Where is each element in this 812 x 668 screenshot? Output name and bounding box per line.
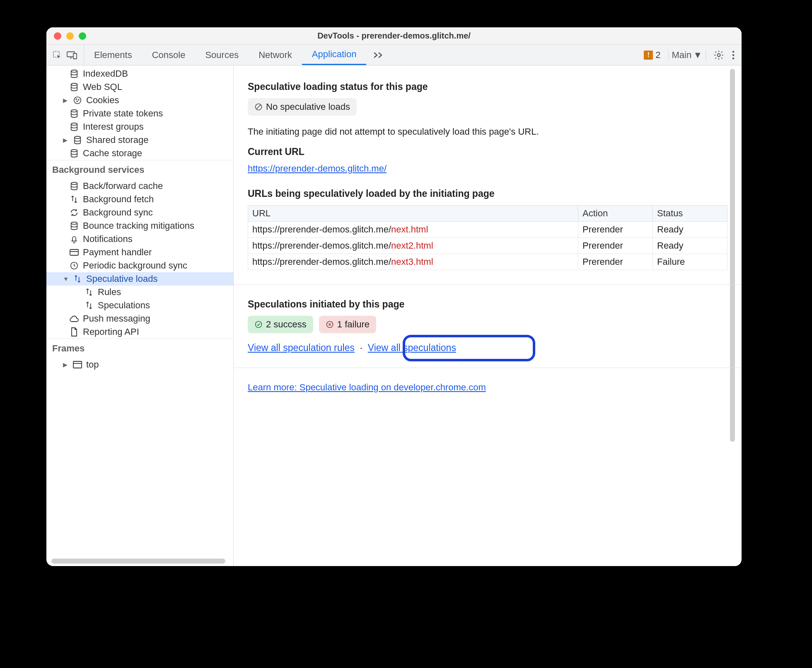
arrows-icon	[69, 194, 80, 205]
col-url[interactable]: URL	[248, 206, 578, 222]
sidebar-item-speculative-loads[interactable]: ▼Speculative loads	[46, 272, 233, 286]
database-icon	[69, 108, 80, 119]
issues-counter[interactable]: ! 2	[644, 50, 660, 61]
sidebar-item-periodic-sync[interactable]: Periodic background sync	[46, 259, 233, 272]
view-all-speculations-link[interactable]: View all speculations	[368, 342, 456, 353]
sidebar-item-bfcache[interactable]: Back/forward cache	[46, 179, 233, 193]
svg-point-17	[71, 150, 77, 152]
svg-rect-23	[73, 361, 82, 368]
urls-heading: URLs being speculatively loaded by the i…	[248, 188, 727, 199]
scrollbar-horizontal[interactable]	[51, 559, 225, 564]
device-toggle-icon[interactable]	[66, 50, 78, 60]
failure-pill: 1 failure	[319, 316, 376, 333]
database-icon	[72, 135, 83, 145]
cloud-icon	[69, 313, 80, 324]
sidebar-item-top-frame[interactable]: ▶top	[46, 358, 233, 371]
clock-icon	[69, 260, 80, 271]
speculative-urls-table: URL Action Status https://prerender-demo…	[248, 205, 727, 270]
svg-rect-3	[73, 53, 77, 59]
check-icon	[254, 320, 263, 329]
divider	[234, 284, 742, 285]
cell-status: Ready	[653, 222, 727, 238]
expand-arrow-icon: ▶	[63, 137, 69, 143]
svg-point-12	[78, 99, 79, 100]
database-icon	[69, 121, 80, 132]
table-row[interactable]: https://prerender-demos.glitch.me/next3.…	[248, 254, 727, 270]
svg-point-14	[71, 110, 77, 112]
tab-sources[interactable]: Sources	[195, 45, 249, 65]
panel-tabs: Elements Console Sources Network Applica…	[84, 45, 390, 65]
sidebar-item-cache-storage[interactable]: Cache storage	[46, 147, 233, 160]
svg-point-18	[71, 182, 77, 185]
svg-point-10	[74, 97, 81, 104]
settings-icon[interactable]	[713, 50, 724, 61]
view-all-rules-link[interactable]: View all speculation rules	[248, 342, 355, 353]
table-row[interactable]: https://prerender-demos.glitch.me/next2.…	[248, 238, 727, 254]
window-title: DevTools - prerender-demos.glitch.me/	[46, 31, 742, 41]
col-action[interactable]: Action	[578, 206, 653, 222]
col-status[interactable]: Status	[653, 206, 727, 222]
tab-network[interactable]: Network	[249, 45, 302, 65]
table-row[interactable]: https://prerender-demos.glitch.me/next.h…	[248, 222, 727, 238]
cell-url: https://prerender-demos.glitch.me/next2.…	[248, 238, 578, 254]
document-icon	[69, 327, 80, 337]
svg-point-7	[732, 57, 734, 59]
tab-application[interactable]: Application	[302, 45, 367, 65]
maximize-window-button[interactable]	[79, 32, 86, 40]
x-icon	[326, 320, 334, 329]
svg-rect-20	[70, 249, 78, 255]
card-icon	[69, 247, 80, 258]
status-pill: No speculative loads	[248, 98, 357, 116]
sidebar-item-shared-storage[interactable]: ▶Shared storage	[46, 133, 233, 147]
sidebar-item-websql[interactable]: Web SQL	[46, 80, 233, 94]
cell-action: Prerender	[578, 238, 653, 254]
collapse-arrow-icon: ▼	[63, 276, 69, 282]
speculations-heading: Speculations initiated by this page	[248, 299, 727, 310]
sidebar-item-background-sync[interactable]: Background sync	[46, 206, 233, 219]
inspect-icon[interactable]	[52, 50, 62, 60]
sync-icon	[69, 207, 80, 218]
close-window-button[interactable]	[54, 32, 61, 40]
more-icon[interactable]	[732, 50, 735, 60]
sidebar-item-push-messaging[interactable]: Push messaging	[46, 312, 233, 325]
sidebar-item-speculations[interactable]: Speculations	[46, 299, 233, 312]
tab-elements[interactable]: Elements	[84, 45, 142, 65]
expand-arrow-icon: ▶	[63, 361, 69, 368]
learn-more-link[interactable]: Learn more: Speculative loading on devel…	[248, 382, 486, 392]
sidebar-item-payment-handler[interactable]: Payment handler	[46, 246, 233, 259]
chevron-down-icon: ▼	[693, 50, 702, 61]
svg-point-6	[732, 54, 734, 56]
database-icon	[69, 181, 80, 191]
cell-action: Prerender	[578, 254, 653, 270]
sidebar-section-frames: Frames	[46, 339, 233, 358]
database-icon	[69, 220, 80, 231]
status-description: The initiating page did not attempt to s…	[248, 126, 727, 137]
sidebar-item-background-fetch[interactable]: Background fetch	[46, 193, 233, 206]
svg-line-26	[256, 105, 261, 109]
sidebar-item-private-state-tokens[interactable]: Private state tokens	[46, 107, 233, 120]
minimize-window-button[interactable]	[66, 32, 74, 40]
status-heading: Speculative loading status for this page	[248, 81, 727, 92]
sidebar-item-rules[interactable]: Rules	[46, 286, 233, 299]
sidebar-item-notifications[interactable]: Notifications	[46, 232, 233, 246]
sidebar-item-cookies[interactable]: ▶Cookies	[46, 94, 233, 107]
divider	[234, 368, 742, 368]
devtools-tabbar: Elements Console Sources Network Applica…	[46, 45, 742, 65]
application-sidebar[interactable]: IndexedDB Web SQL ▶Cookies Private state…	[46, 65, 234, 566]
sidebar-item-interest-groups[interactable]: Interest groups	[46, 120, 233, 133]
cell-action: Prerender	[578, 222, 653, 238]
svg-point-19	[71, 222, 77, 225]
sidebar-item-reporting-api[interactable]: Reporting API	[46, 325, 233, 339]
bell-icon	[69, 234, 80, 244]
current-url-link[interactable]: https://prerender-demos.glitch.me/	[248, 163, 387, 174]
tab-overflow[interactable]	[366, 45, 390, 65]
sidebar-item-indexeddb[interactable]: IndexedDB	[46, 67, 233, 80]
tab-console[interactable]: Console	[142, 45, 196, 65]
cell-status: Ready	[653, 238, 727, 254]
block-icon	[254, 103, 263, 111]
svg-point-27	[256, 322, 262, 328]
svg-point-8	[71, 70, 77, 73]
database-icon	[69, 82, 80, 92]
sidebar-item-bounce-tracking[interactable]: Bounce tracking mitigations	[46, 219, 233, 232]
target-selector[interactable]: Main ▼	[668, 50, 706, 61]
